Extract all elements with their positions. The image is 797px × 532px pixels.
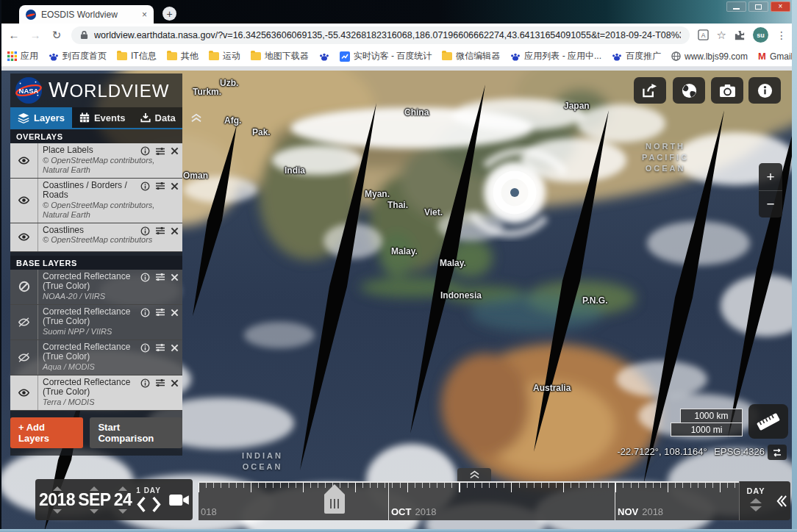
- svg-text:NASA: NASA: [19, 87, 39, 95]
- tab-title: EOSDIS Worldview: [41, 10, 137, 20]
- info-button[interactable]: [748, 77, 781, 104]
- close-icon[interactable]: [171, 344, 179, 352]
- close-icon[interactable]: [171, 227, 179, 235]
- new-tab-button[interactable]: +: [162, 7, 176, 21]
- layers-sidebar: NASA WORLDVIEW Layers Events Data: [10, 73, 182, 456]
- reload-icon[interactable]: ↻: [50, 29, 63, 42]
- bookmark-item[interactable]: MGmail: [758, 51, 793, 62]
- bookmark-item[interactable]: 实时访客 - 百度统计: [340, 50, 432, 62]
- close-icon[interactable]: [171, 379, 179, 387]
- info-icon[interactable]: [140, 343, 150, 353]
- bookmark-item[interactable]: 到百度首页: [49, 50, 107, 62]
- options-icon[interactable]: [155, 226, 165, 235]
- tab-layers[interactable]: Layers: [10, 107, 72, 128]
- tab-events[interactable]: Events: [72, 107, 133, 128]
- options-icon[interactable]: [155, 378, 165, 387]
- bookmark-item[interactable]: 地图下载器: [251, 50, 309, 62]
- timeline-zoom-down-icon[interactable]: [750, 506, 762, 511]
- map-place-label: Viet.: [424, 207, 443, 218]
- options-icon[interactable]: [155, 147, 165, 156]
- minimize-button[interactable]: [726, 1, 746, 12]
- info-icon[interactable]: [140, 308, 150, 317]
- tab-data[interactable]: Data: [133, 107, 183, 128]
- bookmark-item[interactable]: 运动: [209, 50, 240, 62]
- add-layers-button[interactable]: + Add Layers: [10, 417, 83, 448]
- address-bar: ← → ↻ worldview.earthdata.nasa.gov/?v=16…: [0, 24, 797, 46]
- previous-day-icon[interactable]: [137, 496, 146, 513]
- url-input[interactable]: worldview.earthdata.nasa.gov/?v=16.34256…: [71, 26, 690, 44]
- close-button[interactable]: ×: [771, 1, 790, 12]
- zoom-in-button[interactable]: +: [759, 163, 782, 190]
- projection-button[interactable]: [673, 77, 705, 104]
- eye-slash-icon[interactable]: [10, 305, 38, 339]
- day-stepper[interactable]: 24: [114, 486, 132, 514]
- options-icon[interactable]: [155, 308, 165, 317]
- layer-subtitle: Suomi NPP / VIIRS: [43, 327, 178, 337]
- bookmark-item[interactable]: 应用列表 - 应用中...: [510, 50, 601, 62]
- extensions-icon[interactable]: [735, 30, 745, 40]
- interval-label[interactable]: 1 DAY: [136, 486, 161, 495]
- share-icon: [641, 83, 659, 98]
- eye-icon[interactable]: [10, 143, 38, 178]
- sidebar-collapse-button[interactable]: [183, 107, 210, 128]
- timeline-dragger[interactable]: [324, 484, 346, 514]
- share-button[interactable]: [634, 77, 666, 104]
- info-icon[interactable]: [140, 378, 150, 388]
- translate-icon[interactable]: A: [698, 29, 709, 40]
- bookmark-item[interactable]: [319, 51, 329, 62]
- options-icon[interactable]: [155, 343, 165, 352]
- tab-close-icon[interactable]: ×: [142, 10, 147, 20]
- info-icon[interactable]: [140, 226, 150, 236]
- start-comparison-button[interactable]: Start Comparison: [90, 417, 182, 448]
- forward-icon[interactable]: →: [29, 29, 42, 41]
- tab-strip: EOSDIS Worldview × + ×: [0, 0, 797, 24]
- ban-icon[interactable]: [10, 270, 38, 304]
- year-down-icon[interactable]: [53, 509, 62, 514]
- browser-tab[interactable]: EOSDIS Worldview ×: [19, 5, 154, 24]
- timeline-expand-button[interactable]: [457, 468, 491, 481]
- bookmark-item[interactable]: 其他: [167, 50, 199, 62]
- month-down-icon[interactable]: [90, 509, 99, 514]
- snapshot-button[interactable]: [711, 77, 743, 104]
- year-stepper[interactable]: 2018: [39, 486, 75, 514]
- tab-events-label: Events: [94, 112, 126, 123]
- timeline-zoom-up-icon[interactable]: [750, 498, 762, 503]
- camera-icon: [719, 84, 736, 98]
- close-icon[interactable]: [171, 147, 179, 155]
- coordinates-format-button[interactable]: [768, 445, 787, 460]
- timeline-ruler[interactable]: 018OCT2018NOV2018: [199, 481, 739, 520]
- eye-icon[interactable]: [10, 375, 38, 410]
- back-icon[interactable]: ←: [7, 29, 21, 41]
- measure-button[interactable]: [748, 404, 788, 439]
- eye-icon[interactable]: [10, 223, 38, 251]
- animation-button[interactable]: [168, 493, 190, 507]
- close-icon[interactable]: [171, 309, 179, 317]
- close-icon[interactable]: [171, 182, 179, 190]
- eye-slash-icon[interactable]: [10, 340, 38, 375]
- info-icon[interactable]: [140, 181, 150, 191]
- chrome-menu-icon[interactable]: ⋮: [776, 29, 787, 41]
- bookmark-item[interactable]: IT信息: [117, 50, 157, 62]
- info-icon[interactable]: [140, 146, 150, 156]
- next-day-icon[interactable]: [152, 496, 161, 513]
- bookmark-star-icon[interactable]: ☆: [717, 29, 726, 42]
- options-icon[interactable]: [155, 273, 165, 281]
- cursor-coordinates: -22.7122°, 108.1164° EPSG:4326: [614, 446, 765, 457]
- zoom-out-button[interactable]: −: [759, 190, 782, 218]
- sidebar-tabs: Layers Events Data: [10, 107, 182, 129]
- day-down-icon[interactable]: [118, 509, 127, 514]
- timeline-collapse-button[interactable]: [772, 481, 790, 520]
- bookmark-item[interactable]: 应用: [7, 50, 38, 62]
- info-icon[interactable]: [140, 273, 150, 282]
- profile-avatar[interactable]: su: [753, 27, 768, 43]
- maximize-button[interactable]: [748, 1, 768, 12]
- options-icon[interactable]: [155, 181, 165, 190]
- bookmark-item[interactable]: 百度推广: [612, 50, 661, 62]
- bookmark-item[interactable]: 微信编辑器: [442, 50, 500, 62]
- worldview-map[interactable]: NASA WORLDVIEW Layers Events Data: [0, 71, 797, 532]
- month-stepper[interactable]: SEP: [78, 486, 111, 514]
- bookmark-item[interactable]: www.lbjs99.com: [671, 51, 748, 62]
- globe-icon: [671, 51, 681, 61]
- close-icon[interactable]: [171, 273, 179, 281]
- eye-icon[interactable]: [10, 179, 38, 223]
